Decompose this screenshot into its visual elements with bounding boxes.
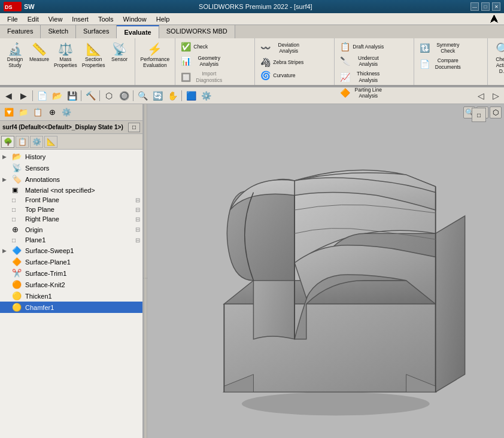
new-button[interactable]: 📄 [35, 89, 49, 102]
parting-line-analysis-button[interactable]: 🔶 Parting Line Analysis [338, 86, 410, 100]
property-manager-tab[interactable]: 📋 [16, 136, 29, 148]
arrow-icon[interactable]: ⮝ [487, 14, 502, 25]
history-expand[interactable]: ▶ [2, 154, 10, 160]
add-button[interactable]: ⊕ [45, 106, 59, 119]
design-study-icon: 🔬 [8, 42, 23, 56]
scroll-left-button[interactable]: ◁ [473, 89, 488, 102]
viewport-canvas: 🔍 ↻ ⬡ □ [147, 104, 504, 438]
menu-window[interactable]: Window [119, 14, 151, 24]
measure-button[interactable]: 📏 Measure [28, 41, 51, 63]
separator-1 [32, 90, 33, 101]
tree-item-chamfer1[interactable]: ▶ 🟡 Chamfer1 [0, 302, 142, 313]
check-active-button[interactable]: 🔍 CheckActive D... [491, 41, 504, 76]
rotate-view[interactable]: 🔄 [150, 89, 165, 102]
deviation-analysis-button[interactable]: 〰️ Deviation Analysis [259, 41, 330, 55]
tab-features[interactable]: Features [0, 25, 41, 38]
sensor-button[interactable]: 📡 Sensor [108, 41, 131, 63]
config-button[interactable]: ⚙️ [60, 106, 73, 119]
thickness-analysis-button[interactable]: 📈 Thickness Analysis [338, 69, 410, 84]
undercut-analysis-button[interactable]: 🔪 Undercut Analysis [338, 54, 410, 68]
menu-edit[interactable]: Edit [23, 14, 44, 24]
tree-item-top-plane[interactable]: ▶ □ Top Plane ⊟ [0, 205, 142, 214]
tree-item-surface-plane1[interactable]: ▶ 🔶 Surface-Plane1 [0, 256, 142, 267]
open-button[interactable]: 📂 [50, 89, 64, 102]
save-button[interactable]: 💾 [65, 89, 79, 102]
tree-item-surface-trim1[interactable]: ▶ ✂️ Surface-Trim1 [0, 267, 142, 279]
material-icon: ▣ [12, 186, 23, 194]
measure-group: 🔬 DesignStudy 📏 Measure ⚖️ MassPropertie… [0, 38, 135, 85]
check-active-group: 🔍 CheckActive D... [488, 38, 504, 85]
tab-solidworks-mbd[interactable]: SOLIDWORKS MBD [159, 25, 235, 38]
tree-item-history[interactable]: ▶ 📂 History [0, 151, 142, 162]
check-button[interactable]: ✅ Check [179, 41, 251, 53]
menu-file[interactable]: File [2, 14, 23, 24]
scroll-right-button[interactable]: ▷ [488, 89, 503, 102]
evaluate-ribbon: 🔬 DesignStudy 📏 Measure ⚖️ MassPropertie… [0, 38, 504, 86]
tree-item-thicken1[interactable]: ▶ 🟡 Thicken1 [0, 290, 142, 302]
tree-item-plane1[interactable]: ▶ □ Plane1 ⊟ [0, 235, 142, 245]
collapse-all-button[interactable]: 📋 [31, 106, 44, 119]
close-button[interactable]: ✕ [492, 2, 500, 11]
geometry-analysis-button[interactable]: 📊 Geometry Analysis [179, 54, 251, 68]
tree-item-surface-sweep1[interactable]: ▶ 🔷 Surface-Sweep1 [0, 245, 142, 256]
box-select[interactable]: ⬡ [102, 89, 116, 102]
sw-logo: DS SW [4, 2, 35, 11]
separator-5 [181, 90, 182, 101]
filter-button[interactable]: 🔽 [2, 106, 16, 119]
expand-all-button[interactable]: 📁 [17, 106, 30, 119]
tree-item-front-plane[interactable]: ▶ □ Front Plane ⊟ [0, 195, 142, 205]
window-controls[interactable]: — □ ✕ [470, 2, 500, 11]
expand-panel-button[interactable]: □ [128, 123, 140, 132]
performance-evaluation-button[interactable]: ⚡ PerformanceEvaluation [139, 41, 172, 69]
menu-tools[interactable]: Tools [93, 14, 119, 24]
tree-item-sensors[interactable]: ▶ 📡 Sensors [0, 162, 142, 174]
design-study-button[interactable]: 🔬 DesignStudy [4, 41, 26, 69]
feature-tree: ▶ 📂 History ▶ 📡 Sensors ▶ 🏷️ Annotations… [0, 150, 142, 438]
tab-evaluate[interactable]: Evaluate [117, 25, 159, 38]
config-manager-tab[interactable]: ⚙️ [30, 136, 43, 148]
curvature-label: Curvature [273, 72, 295, 78]
view-orientation-button[interactable]: ⬡ [490, 107, 502, 118]
back-button[interactable]: ◀ [1, 89, 16, 102]
tab-surfaces[interactable]: Surfaces [76, 25, 117, 38]
main-area: 🔽 📁 📋 ⊕ ⚙️ surf4 (Default<<Default>_Disp… [0, 104, 504, 438]
plane1-dims: ⊟ [135, 237, 140, 244]
zebra-stripes-button[interactable]: 🦓 Zebra Stripes [259, 56, 330, 68]
annotations-icon: 🏷️ [12, 175, 23, 184]
dim-expert-tab[interactable]: 📐 [44, 136, 57, 148]
tree-item-surface-knit2[interactable]: ▶ 🟠 Surface-Knit2 [0, 279, 142, 290]
rebuild-button[interactable]: 🔨 [83, 89, 98, 102]
symmetry-check-button[interactable]: 🔃 Symmetry Check [418, 41, 484, 55]
view-settings[interactable]: ⚙️ [199, 89, 213, 102]
tree-item-origin[interactable]: ▶ ⊕ Origin ⊟ [0, 224, 142, 235]
section-properties-button[interactable]: 📐 SectionProperties [80, 41, 107, 69]
pan-view[interactable]: ✋ [165, 89, 180, 102]
tree-item-material[interactable]: ▶ ▣ Material <not specified> [0, 185, 142, 195]
maximize-button[interactable]: □ [481, 2, 490, 11]
thickness-analysis-icon: 📈 [340, 72, 350, 82]
zoom-fit[interactable]: 🔍 [135, 89, 150, 102]
menu-view[interactable]: View [44, 14, 68, 24]
mass-properties-button[interactable]: ⚖️ MassProperties [52, 41, 79, 69]
tree-item-annotations[interactable]: ▶ 🏷️ Annotations [0, 174, 142, 185]
chamfer1-label: Chamfer1 [25, 304, 54, 311]
undercut-analysis-icon: 🔪 [340, 56, 350, 66]
display-mode[interactable]: 🟦 [184, 89, 198, 102]
menu-insert[interactable]: Insert [67, 14, 93, 24]
tree-item-right-plane[interactable]: ▶ □ Right Plane ⊟ [0, 214, 142, 224]
sweep1-expand[interactable]: ▶ [2, 248, 10, 254]
annotations-expand[interactable]: ▶ [2, 177, 10, 182]
curvature-button[interactable]: 🌀 Curvature [259, 69, 330, 81]
import-diagnostics-button[interactable]: 🔲 Import Diagnostics [179, 69, 251, 84]
menu-help[interactable]: Help [151, 14, 175, 24]
viewport[interactable]: 🔍 ↻ ⬡ □ [147, 104, 504, 438]
forward-button[interactable]: ▶ [16, 89, 31, 102]
minimize-button[interactable]: — [470, 2, 479, 11]
compare-documents-button[interactable]: 📄 Compare Documents [418, 56, 484, 71]
sensor-label: Sensor [111, 56, 127, 62]
lasso-select[interactable]: 🔘 [117, 89, 131, 102]
tab-sketch[interactable]: Sketch [41, 25, 76, 38]
feature-manager-tab[interactable]: 🌳 [1, 136, 14, 148]
draft-analysis-button[interactable]: 📋 Draft Analysis [338, 41, 410, 53]
surface-sweep1-icon: 🔷 [12, 246, 23, 255]
